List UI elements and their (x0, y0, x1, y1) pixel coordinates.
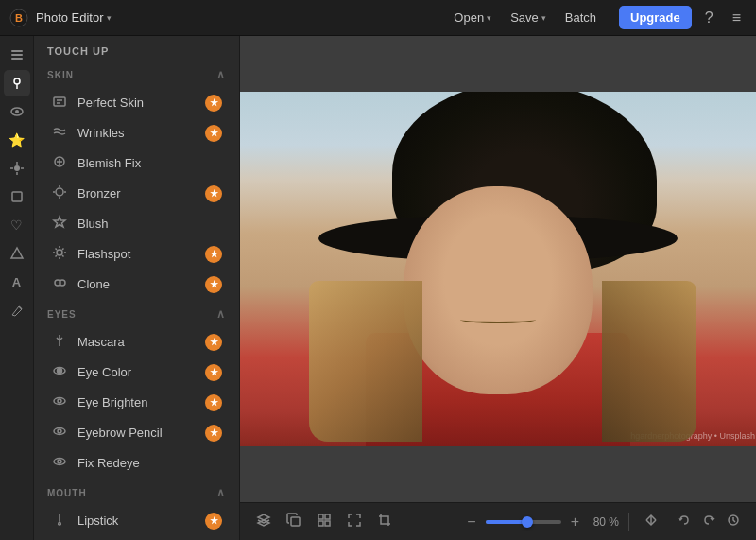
clone-icon (51, 275, 68, 293)
skin-collapse[interactable]: ∧ (216, 68, 226, 81)
bottom-toolbar: − + 80 % (240, 502, 756, 540)
svg-rect-17 (54, 97, 65, 106)
rail-layers-icon[interactable] (4, 42, 30, 68)
bronzer-item[interactable]: Bronzer ★ (38, 179, 235, 208)
mouth-collapse[interactable]: ∧ (216, 486, 226, 499)
zoom-out-button[interactable]: − (463, 512, 479, 532)
mascara-icon (51, 333, 68, 351)
expand-icon-btn[interactable] (342, 509, 367, 534)
eyes-section-header: EYES ∧ (34, 300, 239, 326)
open-button[interactable]: Open ▾ (446, 7, 499, 28)
bronzer-icon (51, 184, 68, 202)
svg-rect-45 (291, 517, 300, 526)
svg-rect-14 (12, 192, 22, 201)
layers-icon-btn[interactable] (251, 509, 276, 534)
blush-icon (51, 215, 68, 233)
wrinkles-item[interactable]: Wrinkles ★ (38, 118, 235, 148)
crop-icon-btn[interactable] (372, 509, 397, 534)
help-button[interactable]: ? (699, 6, 719, 30)
svg-marker-15 (11, 248, 23, 258)
lipstick-icon (51, 512, 68, 530)
svg-rect-3 (11, 54, 23, 56)
history-button[interactable] (722, 510, 745, 533)
perfect-skin-icon (51, 94, 68, 112)
sidebar: TOUCH UP SKIN ∧ Perfect Skin ★ (34, 36, 240, 540)
wrinkles-premium: ★ (205, 125, 222, 142)
bronzer-premium: ★ (205, 185, 222, 202)
menu-button[interactable]: ≡ (727, 6, 747, 30)
flip-icon-btn[interactable] (639, 509, 663, 534)
fix-redeye-item[interactable]: Fix Redeye (38, 448, 235, 478)
teeth-whiten-item[interactable]: Teeth Whiten (38, 536, 235, 540)
app-name[interactable]: Photo Editor ▾ (36, 10, 112, 25)
mascara-premium: ★ (205, 334, 222, 351)
svg-point-23 (56, 188, 63, 196)
undo-redo (673, 510, 745, 533)
zoom-in-button[interactable]: + (567, 512, 583, 532)
svg-rect-46 (318, 514, 323, 519)
zoom-slider-thumb[interactable] (522, 516, 533, 528)
copy-icon-btn[interactable] (282, 509, 306, 534)
skin-section-header: SKIN ∧ (34, 62, 239, 87)
header-nav: Open ▾ Save ▾ Batch (446, 7, 604, 28)
rail-crop-icon[interactable] (4, 183, 30, 210)
eye-color-icon (51, 363, 68, 381)
blemish-fix-item[interactable]: Blemish Fix (38, 148, 235, 178)
redo-button[interactable] (697, 510, 720, 533)
save-button[interactable]: Save ▾ (503, 7, 554, 28)
batch-button[interactable]: Batch (558, 7, 604, 28)
eye-brighten-icon (51, 393, 68, 411)
rail-heart-icon[interactable]: ♡ (4, 212, 30, 238)
flashspot-item[interactable]: Flashspot ★ (38, 239, 235, 269)
perfect-skin-item[interactable]: Perfect Skin ★ (38, 88, 235, 117)
rail-effects-icon[interactable] (4, 155, 30, 182)
open-chevron: ▾ (487, 13, 491, 23)
perfect-skin-premium: ★ (205, 95, 222, 112)
wrinkles-icon (51, 124, 68, 142)
blemish-fix-icon (51, 154, 68, 172)
eyebrow-pencil-premium: ★ (205, 425, 222, 442)
rail-paint-icon[interactable] (4, 297, 30, 323)
svg-point-38 (58, 399, 61, 403)
photo-canvas: @josephgardnerphotography • Unsplash (240, 92, 756, 446)
svg-point-36 (60, 369, 61, 371)
fix-redeye-icon (51, 454, 68, 472)
clone-item[interactable]: Clone ★ (38, 270, 235, 299)
save-chevron: ▾ (541, 13, 546, 23)
main-area: ⭐ ♡ A (0, 36, 756, 540)
svg-rect-49 (325, 521, 330, 526)
clone-premium: ★ (205, 276, 222, 293)
app-name-chevron: ▾ (107, 13, 112, 23)
blush-item[interactable]: Blush (38, 209, 235, 238)
rail-eye-icon[interactable] (4, 98, 30, 125)
mascara-item[interactable]: Mascara ★ (38, 327, 235, 357)
svg-point-28 (57, 250, 62, 255)
app-logo: B (9, 9, 28, 27)
photo-container: @josephgardnerphotography • Unsplash (240, 92, 756, 446)
svg-text:B: B (15, 12, 23, 24)
svg-rect-48 (318, 521, 323, 526)
rail-text-icon[interactable]: A (4, 269, 30, 295)
eyebrow-pencil-item[interactable]: Eyebrow Pencil ★ (38, 418, 235, 447)
svg-rect-4 (11, 58, 23, 60)
lipstick-item[interactable]: Lipstick ★ (38, 506, 235, 535)
flashspot-premium: ★ (205, 246, 222, 263)
eye-color-item[interactable]: Eye Color ★ (38, 357, 235, 387)
rail-touchup-icon[interactable] (4, 70, 30, 96)
undo-button[interactable] (673, 510, 696, 533)
svg-point-40 (58, 429, 61, 433)
zoom-slider[interactable] (486, 520, 561, 524)
eye-color-premium: ★ (205, 364, 222, 381)
eyes-collapse[interactable]: ∧ (216, 307, 226, 321)
eye-brighten-item[interactable]: Eye Brighten ★ (38, 388, 235, 417)
zoom-controls: − + 80 % (463, 512, 619, 532)
svg-point-9 (14, 165, 20, 171)
rail-shape-icon[interactable] (4, 240, 30, 267)
svg-line-16 (19, 306, 22, 309)
zoom-percent: 80 % (589, 515, 619, 529)
upgrade-button[interactable]: Upgrade (619, 6, 692, 29)
grid-icon-btn[interactable] (312, 509, 336, 534)
rail-star-icon[interactable]: ⭐ (4, 127, 30, 153)
svg-rect-2 (11, 50, 23, 52)
canvas-area[interactable]: @josephgardnerphotography • Unsplash (240, 36, 756, 502)
